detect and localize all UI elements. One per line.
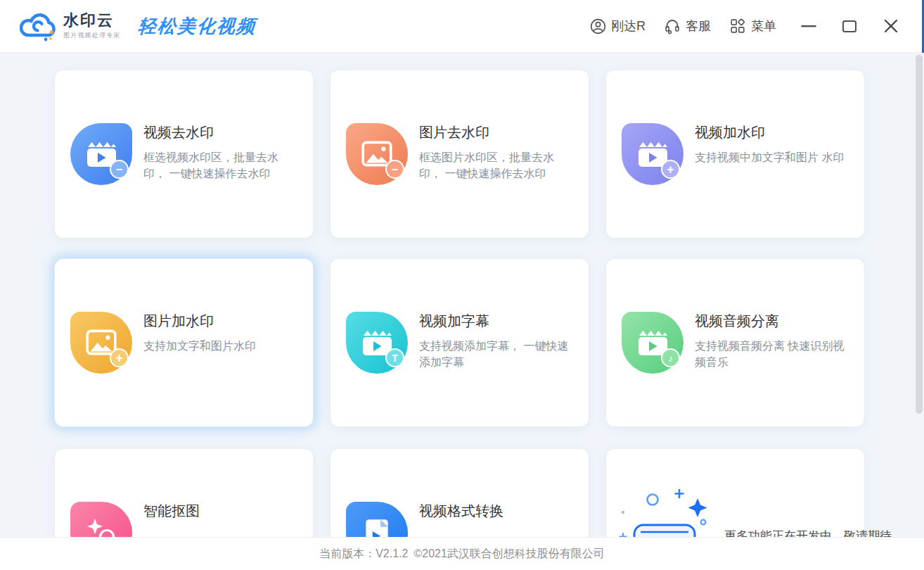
card-title: 图片去水印 bbox=[419, 123, 576, 142]
maximize-icon bbox=[841, 18, 858, 34]
app-logo-subtitle: 图片视频处理专家 bbox=[63, 31, 121, 40]
close-button[interactable] bbox=[882, 17, 900, 35]
smart-cutout-icon bbox=[70, 502, 132, 537]
account-label: 刚达R bbox=[611, 18, 646, 34]
text-badge-icon bbox=[385, 348, 404, 367]
account-button[interactable]: 刚达R bbox=[590, 18, 646, 34]
image-remove-watermark-icon bbox=[346, 123, 408, 185]
card-video-add-watermark[interactable]: 视频加水印 支持视频中加文字和图片 水印 bbox=[606, 70, 864, 238]
coming-soon-illustration bbox=[616, 486, 720, 537]
plus-badge-icon bbox=[110, 348, 129, 367]
card-video-remove-watermark[interactable]: 视频去水印 框选视频水印区，批量去水 印， 一键快速操作去水印 bbox=[55, 70, 313, 238]
card-image-add-watermark[interactable]: 图片加水印 支持加文字和图片水印 bbox=[55, 259, 313, 426]
card-video-format-convert[interactable]: 视频格式转换 bbox=[331, 449, 589, 537]
version-text: 当前版本：V2.1.2 bbox=[319, 547, 408, 562]
minimize-button[interactable] bbox=[800, 18, 817, 34]
titlebar: 水印云 图片视频处理专家 轻松美化视频 刚达R 客服 bbox=[0, 0, 924, 53]
user-icon bbox=[590, 18, 606, 34]
card-description: 支持视频中加文字和图片 水印 bbox=[695, 149, 852, 165]
cloud-logo-icon bbox=[20, 9, 58, 43]
grid-menu-icon bbox=[729, 18, 746, 34]
app-logo: 水印云 图片视频处理专家 bbox=[20, 9, 121, 43]
app-name: 水印云 bbox=[63, 12, 121, 29]
card-description: 支持视频添加字幕， 一键快速 添加字幕 bbox=[419, 338, 576, 370]
copyright-text: ©2021武汉联合创想科技股份有限公司 bbox=[413, 547, 604, 562]
minus-badge-icon bbox=[110, 160, 129, 179]
video-audio-split-icon bbox=[622, 312, 684, 374]
headset-icon bbox=[664, 18, 681, 34]
card-title: 视频格式转换 bbox=[419, 502, 576, 521]
card-description: 支持加文字和图片水印 bbox=[143, 338, 300, 354]
customer-service-label: 客服 bbox=[686, 18, 711, 34]
music-note-badge-icon bbox=[661, 348, 680, 367]
menu-button[interactable]: 菜单 bbox=[729, 18, 776, 34]
minus-badge-icon bbox=[385, 160, 404, 179]
minimize-icon bbox=[800, 18, 817, 34]
customer-service-button[interactable]: 客服 bbox=[664, 18, 711, 34]
video-add-watermark-icon bbox=[622, 123, 684, 185]
video-format-convert-icon bbox=[346, 502, 408, 537]
card-smart-cutout[interactable]: 智能抠图 bbox=[55, 449, 313, 537]
coming-soon-label: 更多功能正在开发中，敬请期待 bbox=[724, 528, 892, 537]
video-add-subtitle-icon bbox=[346, 312, 408, 374]
card-description: 框选视频水印区，批量去水 印， 一键快速操作去水印 bbox=[143, 149, 300, 182]
main-content: 视频去水印 框选视频水印区，批量去水 印， 一键快速操作去水印 图片去水印 框选… bbox=[0, 53, 924, 537]
video-remove-watermark-icon bbox=[70, 123, 132, 185]
card-title: 视频加水印 bbox=[695, 123, 852, 142]
feature-grid: 视频去水印 框选视频水印区，批量去水 印， 一键快速操作去水印 图片去水印 框选… bbox=[55, 70, 924, 537]
app-tagline: 轻松美化视频 bbox=[136, 14, 256, 39]
plus-badge-icon bbox=[661, 160, 680, 179]
card-video-add-subtitle[interactable]: 视频加字幕 支持视频添加字幕， 一键快速 添加字幕 bbox=[331, 259, 589, 426]
card-title: 视频加字幕 bbox=[419, 312, 576, 331]
statusbar: 当前版本：V2.1.2 ©2021武汉联合创想科技股份有限公司 bbox=[0, 537, 924, 570]
card-video-audio-split[interactable]: 视频音频分离 支持视频音频分离 快速识别视 频音乐 bbox=[606, 259, 864, 426]
card-coming-soon[interactable]: 更多功能正在开发中，敬请期待 bbox=[606, 449, 864, 537]
maximize-button[interactable] bbox=[841, 18, 858, 34]
image-add-watermark-icon bbox=[70, 312, 132, 374]
card-description: 框选图片水印区，批量去水 印， 一键快速操作去水印 bbox=[419, 149, 576, 182]
close-icon bbox=[882, 17, 900, 35]
card-title: 智能抠图 bbox=[143, 502, 300, 521]
scrollbar-thumb[interactable] bbox=[916, 55, 923, 414]
card-title: 图片加水印 bbox=[143, 312, 300, 331]
scrollbar-track bbox=[916, 55, 923, 537]
card-title: 视频音频分离 bbox=[695, 312, 852, 331]
card-image-remove-watermark[interactable]: 图片去水印 框选图片水印区，批量去水 印， 一键快速操作去水印 bbox=[331, 70, 589, 238]
card-description: 支持视频音频分离 快速识别视 频音乐 bbox=[695, 338, 852, 370]
card-title: 视频去水印 bbox=[143, 123, 300, 142]
menu-label: 菜单 bbox=[751, 18, 776, 34]
